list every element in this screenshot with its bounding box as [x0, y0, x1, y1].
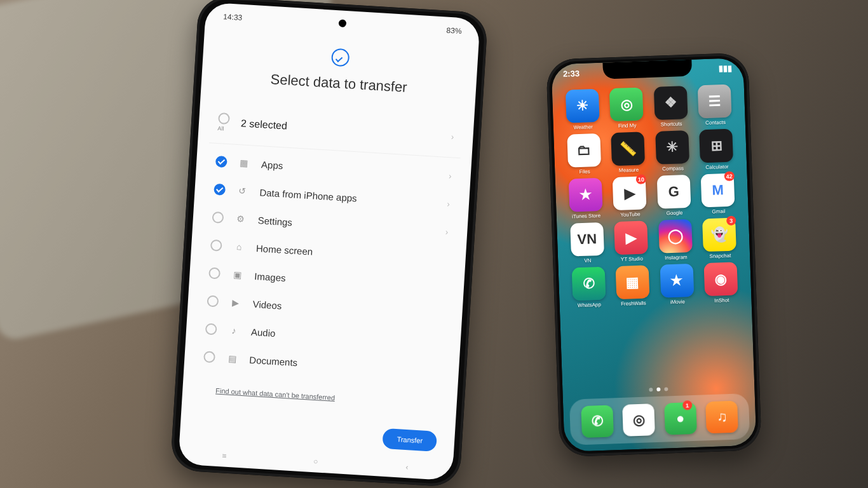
app-weather[interactable]: ☀Weather [561, 89, 604, 131]
app-label: Find My [618, 123, 637, 129]
app-contacts[interactable]: ☰Contacts [693, 84, 736, 126]
page-title: Select data to transfer [213, 67, 465, 99]
category-icon: ⌂ [233, 241, 245, 252]
app-music[interactable]: ♫ [705, 401, 738, 434]
app-label: Weather [573, 124, 592, 130]
app-label: FreshWalls [621, 300, 646, 306]
checkbox[interactable] [214, 184, 226, 196]
info-link[interactable]: Find out what data can't be transferred [215, 387, 445, 409]
item-label: Apps [261, 159, 283, 171]
checkbox[interactable] [210, 240, 222, 252]
app-files[interactable]: 🗀Files [562, 133, 606, 175]
app-label: Calculator [705, 164, 728, 170]
transfer-button[interactable]: Transfer [383, 428, 437, 452]
app-icon: VN [570, 222, 604, 257]
checkbox[interactable] [212, 212, 224, 224]
android-phone-frame: 14:33 83% Select data to transfer All 2 … [170, 0, 489, 487]
app-label: InShot [714, 297, 729, 304]
app-phone[interactable]: ✆ [581, 405, 614, 438]
app-icon: 🗀 [567, 133, 601, 168]
item-label: Home screen [256, 243, 313, 257]
iphone-dock: ✆◎●1♫ [569, 393, 750, 445]
page-indicator[interactable] [562, 384, 754, 395]
checkbox[interactable] [207, 295, 219, 307]
app-icon: ☀ [566, 89, 600, 123]
item-label: Documents [249, 354, 298, 368]
category-icon: ↺ [236, 186, 248, 196]
iphone-frame: 2:33 ▮▮▮ ☀Weather◎Find My❖Shortcuts☰Cont… [546, 53, 762, 458]
app-messages[interactable]: ●1 [664, 402, 697, 435]
category-icon: ▣ [231, 269, 243, 280]
app-icon: ★ [660, 264, 694, 298]
category-icon: ♪ [228, 325, 240, 336]
app-calculator[interactable]: ⊞Calculator [695, 128, 738, 170]
app-icon: ▦ [616, 265, 650, 299]
select-all-sublabel: All [217, 125, 229, 132]
app-instagram[interactable]: ◯Instagram [654, 219, 697, 261]
app-safari[interactable]: ◎ [622, 403, 655, 437]
app-find-my[interactable]: ◎Find My [605, 87, 648, 129]
app-icon: ✆ [581, 405, 614, 438]
app-snapchat[interactable]: 👻3Snapchat [698, 217, 742, 259]
app-icon: ◎ [609, 87, 644, 121]
check-circle-icon [331, 48, 350, 67]
chevron-right-icon: › [445, 227, 449, 236]
app-label: Compass [662, 165, 684, 172]
app-label: YouTube [620, 212, 641, 218]
checkbox[interactable] [215, 156, 227, 168]
app-icon: G [656, 175, 691, 209]
app-icon: 📏 [611, 132, 646, 166]
app-icon: ● [664, 402, 697, 435]
app-label: Instagram [665, 254, 688, 261]
android-screen: 14:33 83% Select data to transfer All 2 … [178, 2, 480, 480]
app-icon: ▶ [614, 220, 648, 255]
app-whatsapp[interactable]: ✆WhatsApp [567, 266, 611, 308]
app-icon: ★ [569, 178, 603, 212]
checkbox[interactable] [203, 351, 215, 363]
app-yt-studio[interactable]: ▶YT Studio [610, 220, 653, 262]
app-measure[interactable]: 📏Measure [607, 132, 650, 173]
app-vn[interactable]: VNVN [566, 222, 609, 264]
app-label: Gmail [712, 208, 725, 215]
app-gmail[interactable]: M42Gmail [696, 173, 740, 215]
app-inshot[interactable]: ◉InShot [700, 262, 743, 304]
nav-home-icon[interactable]: ○ [309, 457, 322, 466]
app-label: Google [666, 210, 682, 216]
chevron-right-icon: › [451, 132, 454, 141]
app-compass[interactable]: ✳Compass [651, 130, 694, 172]
app-icon: ♫ [705, 401, 738, 434]
app-shortcuts[interactable]: ❖Shortcuts [649, 86, 693, 128]
app-icon: ⊞ [699, 129, 733, 163]
app-icon: ◎ [622, 403, 655, 437]
nav-recents-icon[interactable]: ≡ [219, 451, 231, 461]
app-google[interactable]: GGoogle [653, 175, 696, 217]
app-icon: ☰ [698, 85, 732, 119]
item-label: Audio [251, 326, 276, 338]
app-imovie[interactable]: ★iMovie [656, 264, 699, 306]
select-all-checkbox[interactable] [218, 112, 230, 125]
app-youtube[interactable]: ▶10YouTube [608, 176, 651, 218]
app-label: WhatsApp [578, 302, 601, 308]
item-label: Images [254, 270, 286, 283]
chevron-right-icon: › [449, 171, 452, 180]
category-icon: ⚙ [234, 214, 247, 224]
app-icon: ◯ [658, 219, 693, 254]
app-label: Files [580, 168, 590, 175]
nav-back-icon[interactable]: ‹ [401, 463, 413, 472]
category-icon: ▦ [238, 158, 250, 168]
app-label: Shortcuts [661, 121, 682, 127]
app-label: iMovie [670, 299, 685, 305]
app-icon: ✳ [655, 130, 689, 165]
app-freshwalls[interactable]: ▦FreshWalls [611, 265, 654, 307]
checkbox[interactable] [205, 323, 217, 335]
checkbox[interactable] [208, 268, 220, 280]
app-label: Snapchat [709, 253, 731, 259]
item-label: Settings [257, 215, 292, 227]
iphone-status-icons: ▮▮▮ [719, 64, 733, 74]
iphone-notch [602, 60, 692, 79]
chevron-right-icon: › [447, 199, 450, 208]
notification-badge: 1 [682, 400, 693, 410]
app-itunes-store[interactable]: ★iTunes Store [564, 178, 607, 220]
category-icon: ▶ [229, 297, 241, 308]
android-status-time: 14:33 [223, 12, 243, 22]
